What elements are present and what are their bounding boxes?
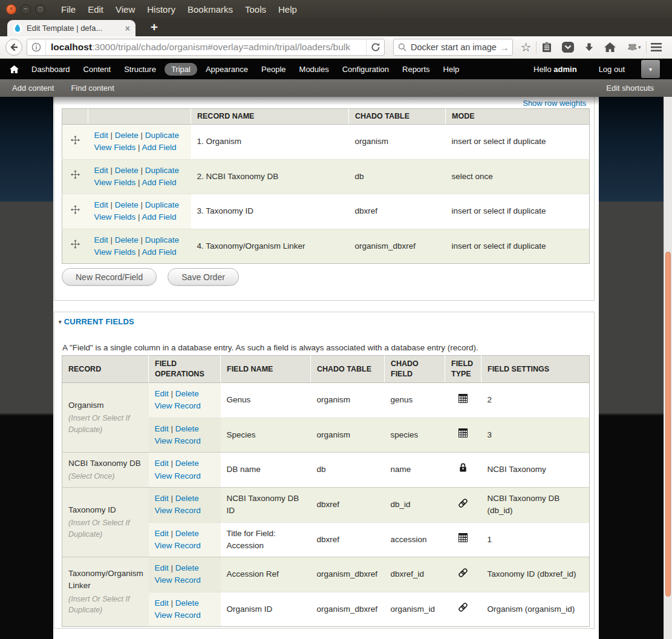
- add-field-link[interactable]: Add Field: [142, 247, 177, 257]
- add-field-link[interactable]: Add Field: [142, 143, 177, 152]
- view-record-link[interactable]: View Record: [155, 471, 201, 480]
- view-record-link[interactable]: View Record: [155, 401, 201, 410]
- delete-link[interactable]: Delete: [175, 598, 199, 608]
- view-fields-link[interactable]: View Fields: [94, 143, 136, 152]
- delete-link[interactable]: Delete: [175, 563, 199, 572]
- delete-link[interactable]: Delete: [175, 494, 199, 503]
- drag-handle-icon[interactable]: [71, 137, 80, 146]
- scrollbar-thumb[interactable]: [665, 252, 671, 597]
- delete-link[interactable]: Delete: [175, 424, 199, 433]
- delete-link[interactable]: Delete: [175, 459, 199, 468]
- edit-shortcuts-link[interactable]: Edit shortcuts: [606, 84, 654, 93]
- drag-handle-icon[interactable]: [71, 207, 80, 216]
- minimize-window-button[interactable]: −: [21, 4, 31, 15]
- field-chado-field: dbxref_id: [385, 557, 445, 592]
- view-record-link[interactable]: View Record: [155, 541, 201, 550]
- admin-item-structure[interactable]: Structure: [117, 65, 163, 74]
- menu-file[interactable]: File: [55, 4, 82, 15]
- menu-help[interactable]: Help: [272, 4, 303, 15]
- view-record-link[interactable]: View Record: [155, 436, 201, 445]
- toolbar-toggle-button[interactable]: ▾: [641, 60, 660, 78]
- page-scrollbar[interactable]: [664, 97, 672, 639]
- view-record-link[interactable]: View Record: [155, 575, 201, 585]
- add-field-link[interactable]: Add Field: [142, 178, 177, 187]
- edit-link[interactable]: Edit: [155, 389, 169, 398]
- delete-link[interactable]: Delete: [115, 166, 139, 175]
- search-bar[interactable]: Docker start an image →: [393, 39, 513, 56]
- edit-link[interactable]: Edit: [155, 459, 169, 468]
- back-button[interactable]: [5, 38, 23, 56]
- add-field-link[interactable]: Add Field: [142, 212, 177, 221]
- shortcut-add-content[interactable]: Add content: [12, 84, 54, 93]
- url-bar[interactable]: localhost:3000/tripal/chado/organism#ove…: [27, 39, 385, 56]
- download-icon[interactable]: [581, 39, 597, 56]
- menu-tools[interactable]: Tools: [239, 4, 272, 15]
- view-record-link[interactable]: View Record: [155, 506, 201, 515]
- edit-link[interactable]: Edit: [155, 529, 169, 538]
- search-input[interactable]: Docker start an image: [411, 42, 497, 52]
- pocket-icon[interactable]: [559, 39, 576, 56]
- edit-link[interactable]: Edit: [94, 235, 108, 244]
- admin-item-modules[interactable]: Modules: [293, 65, 336, 74]
- current-fields-legend[interactable]: ▾CURRENT FIELDS: [59, 317, 134, 326]
- new-record-field-button[interactable]: New Record/Field: [62, 268, 157, 286]
- close-window-button[interactable]: ×: [6, 4, 16, 15]
- admin-item-appearance[interactable]: Appearance: [199, 65, 255, 74]
- save-order-button[interactable]: Save Order: [168, 268, 239, 286]
- admin-item-reports[interactable]: Reports: [396, 65, 437, 74]
- view-fields-link[interactable]: View Fields: [94, 212, 136, 221]
- fields-col-header: CHADO FIELD: [385, 356, 445, 383]
- edit-link[interactable]: Edit: [155, 598, 169, 608]
- url-text[interactable]: localhost:3000/tripal/chado/organism#ove…: [46, 42, 366, 53]
- menu-view[interactable]: View: [109, 4, 141, 15]
- tab-edit-template[interactable]: Edit Template | defa... ×: [7, 20, 135, 36]
- home-icon[interactable]: [602, 39, 618, 56]
- tab-close-icon[interactable]: ×: [125, 24, 130, 33]
- duplicate-link[interactable]: Duplicate: [145, 131, 179, 140]
- view-fields-link[interactable]: View Fields: [94, 247, 136, 257]
- admin-item-dashboard[interactable]: Dashboard: [25, 65, 77, 74]
- extension-chevron-icon[interactable]: ▾: [638, 44, 641, 50]
- field-operations: Edit | DeleteView Record: [149, 557, 221, 592]
- record-mode-note: (Insert Or Select If Duplicate): [68, 413, 143, 436]
- edit-link[interactable]: Edit: [155, 424, 169, 433]
- new-tab-button[interactable]: +: [144, 19, 165, 35]
- bookmarks-sidebar-icon[interactable]: [538, 39, 555, 56]
- admin-item-tripal[interactable]: Tripal: [165, 63, 197, 76]
- show-row-weights-link[interactable]: Show row weights: [523, 99, 586, 108]
- reload-icon[interactable]: [366, 39, 384, 55]
- duplicate-link[interactable]: Duplicate: [145, 200, 179, 209]
- edit-link[interactable]: Edit: [155, 494, 169, 503]
- admin-home-icon[interactable]: [10, 65, 19, 73]
- admin-item-configuration[interactable]: Configuration: [336, 65, 396, 74]
- shortcut-find-content[interactable]: Find content: [71, 84, 114, 93]
- view-record-link[interactable]: View Record: [155, 611, 201, 620]
- duplicate-link[interactable]: Duplicate: [145, 235, 179, 244]
- menu-edit[interactable]: Edit: [82, 4, 109, 15]
- field-operations: Edit | DeleteView Record: [149, 488, 221, 523]
- bookmark-star-icon[interactable]: ☆: [518, 39, 534, 56]
- duplicate-link[interactable]: Duplicate: [145, 166, 179, 175]
- menu-history[interactable]: History: [141, 4, 181, 15]
- delete-link[interactable]: Delete: [175, 389, 199, 398]
- site-info-icon[interactable]: [27, 39, 46, 55]
- drag-handle-icon[interactable]: [71, 241, 80, 251]
- edit-link[interactable]: Edit: [94, 200, 108, 209]
- hamburger-menu-icon[interactable]: [648, 39, 665, 56]
- delete-link[interactable]: Delete: [115, 200, 139, 209]
- delete-link[interactable]: Delete: [115, 131, 139, 140]
- admin-item-people[interactable]: People: [255, 65, 292, 74]
- view-fields-link[interactable]: View Fields: [94, 178, 136, 187]
- delete-link[interactable]: Delete: [115, 235, 139, 244]
- menu-bookmarks[interactable]: Bookmarks: [181, 4, 239, 15]
- edit-link[interactable]: Edit: [155, 563, 169, 572]
- search-go-icon[interactable]: →: [497, 39, 512, 55]
- edit-link[interactable]: Edit: [94, 131, 108, 140]
- admin-item-content[interactable]: Content: [77, 65, 118, 74]
- admin-item-help[interactable]: Help: [437, 65, 466, 74]
- edit-link[interactable]: Edit: [94, 166, 108, 175]
- logout-link[interactable]: Log out: [599, 65, 625, 74]
- maximize-window-button[interactable]: □: [35, 4, 45, 15]
- drag-handle-icon[interactable]: [71, 172, 80, 181]
- delete-link[interactable]: Delete: [175, 529, 199, 538]
